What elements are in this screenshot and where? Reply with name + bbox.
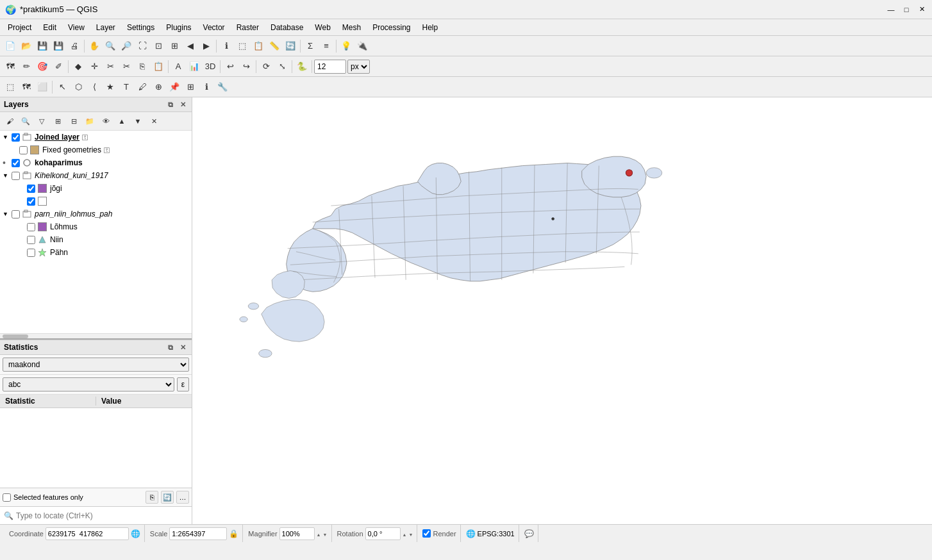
pahn-checkbox[interactable] (27, 249, 35, 257)
rotation-spinbox[interactable]: ▲ ▼ (403, 530, 413, 538)
paste-feature-btn[interactable]: 📋 (151, 59, 166, 74)
tips-btn[interactable]: 💡 (338, 38, 354, 54)
rotation-up[interactable]: ▲ (403, 532, 407, 537)
open-attribute-table-btn[interactable]: 📋 (251, 38, 266, 54)
print-btn[interactable]: 🖨 (67, 38, 82, 54)
render-checkbox[interactable] (422, 529, 431, 538)
stats-calculate-btn[interactable]: ε (177, 377, 189, 391)
digitize-btn[interactable]: ✏ (19, 59, 34, 74)
zoom-full-btn[interactable]: ⛶ (135, 38, 150, 54)
menu-edit[interactable]: Edit (38, 22, 62, 33)
close-button[interactable]: ✕ (917, 4, 927, 15)
label-btn[interactable]: A (171, 59, 186, 74)
lohmus-checkbox[interactable] (27, 223, 35, 231)
epsg-item[interactable]: 🌐 EPSG:3301 (462, 525, 519, 542)
parn-checkbox[interactable] (12, 210, 20, 218)
layers-scrollbar[interactable] (0, 333, 192, 338)
list-item[interactable]: ▼ Kihelkond_kuni_1917 (0, 169, 192, 182)
menu-settings[interactable]: Settings (122, 22, 160, 33)
map-area[interactable]: .estonia-land { fill: #d4dff0; stroke: #… (192, 97, 932, 524)
list-item[interactable]: Pähn (0, 246, 192, 259)
maximize-button[interactable]: □ (901, 4, 911, 15)
pin-btn[interactable]: 📌 (167, 79, 182, 95)
menu-layer[interactable]: Layer (91, 22, 121, 33)
open-btn[interactable]: 📂 (19, 38, 34, 54)
selected-features-only-checkbox[interactable] (3, 493, 11, 502)
copy-stats-btn[interactable]: ⎘ (146, 491, 158, 504)
scale-btn[interactable]: ⤡ (274, 59, 290, 74)
menu-mesh[interactable]: Mesh (337, 22, 366, 33)
annot-btn[interactable]: 🖊 (135, 79, 150, 95)
delete-selected-btn[interactable]: ✂ (103, 59, 118, 74)
menu-raster[interactable]: Raster (231, 22, 264, 33)
select-features-btn[interactable]: ⬚ (235, 38, 250, 54)
list-item[interactable]: Fixed geometries ⚿ (0, 144, 192, 156)
minimize-button[interactable]: — (886, 4, 896, 15)
collapse-all-btn[interactable]: ⊟ (66, 113, 81, 129)
node-tool-btn[interactable]: ◆ (71, 59, 86, 74)
menu-vector[interactable]: Vector (198, 22, 230, 33)
statistical-summary-btn[interactable]: Σ (303, 38, 318, 54)
fixed-geometries-checkbox[interactable] (19, 146, 28, 154)
copy-feature-btn[interactable]: ⎘ (135, 59, 150, 74)
snap-btn[interactable]: 🎯 (35, 59, 50, 74)
layer-filter-btn[interactable]: 🔍 (18, 113, 33, 129)
list-item[interactable]: ▼ Joined layer ⚿ (0, 131, 192, 144)
identify-tool-btn[interactable]: ℹ (199, 79, 214, 95)
plugins-btn[interactable]: 🔌 (354, 38, 370, 54)
messages-item[interactable]: 💬 (520, 525, 538, 542)
more-stats-btn[interactable]: … (176, 491, 189, 504)
menu-database[interactable]: Database (265, 22, 308, 33)
stats-float-icon[interactable]: ⧉ (165, 342, 176, 352)
niin-checkbox[interactable] (27, 236, 35, 244)
joined-layer-checkbox[interactable] (12, 133, 20, 142)
remove-layer-btn[interactable]: ✕ (146, 113, 162, 129)
jogi-checkbox[interactable] (27, 185, 35, 193)
edit-tool-btn[interactable]: ⬡ (71, 79, 86, 95)
stats-close-icon[interactable]: ✕ (178, 342, 188, 352)
magnifier-spinbox[interactable]: ▲ ▼ (317, 530, 328, 538)
menu-project[interactable]: Project (3, 22, 37, 33)
pan-btn[interactable]: ✋ (87, 38, 102, 54)
menu-processing[interactable]: Processing (367, 22, 415, 33)
stats-layer-dropdown[interactable]: maakond (3, 358, 189, 372)
title-bar-controls[interactable]: — □ ✕ (886, 4, 927, 15)
font-size-input[interactable] (314, 60, 346, 74)
layers-scrollbar-thumb[interactable] (3, 334, 28, 338)
star-tool-btn[interactable]: ★ (103, 79, 118, 95)
save-btn[interactable]: 💾 (35, 38, 50, 54)
magnifier-input[interactable] (279, 527, 315, 540)
redo-btn[interactable]: ↪ (238, 59, 254, 74)
rotation-down[interactable]: ▼ (409, 532, 413, 537)
list-item[interactable]: Lõhmus (0, 220, 192, 233)
deselect-btn[interactable]: ⬜ (35, 79, 50, 95)
layers-close-icon[interactable]: ✕ (178, 99, 188, 110)
rotation-input[interactable] (365, 527, 401, 540)
magnifier-up[interactable]: ▲ (317, 532, 321, 537)
list-item[interactable]: Niin (0, 233, 192, 246)
list-item[interactable]: jõgi (0, 182, 192, 195)
diagram-btn[interactable]: 📊 (187, 59, 202, 74)
blank-layer-checkbox[interactable] (27, 197, 35, 206)
kohaparimus-checkbox[interactable] (12, 159, 20, 167)
layers-float-icon[interactable]: ⧉ (165, 99, 176, 110)
undo-btn[interactable]: ↩ (222, 59, 238, 74)
python-btn[interactable]: 🐍 (294, 59, 310, 74)
map-tips-btn[interactable]: ⊞ (183, 79, 198, 95)
menu-help[interactable]: Help (417, 22, 444, 33)
list-item[interactable]: ▼ parn_niin_lohmus_pah (0, 208, 192, 220)
locate-input[interactable] (16, 511, 188, 520)
zoom-layer-btn[interactable]: ⊞ (167, 38, 182, 54)
move-feature-btn[interactable]: ✛ (87, 59, 102, 74)
save-as-btn[interactable]: 💾 (51, 38, 66, 54)
font-unit-select[interactable]: px (347, 60, 370, 74)
text-tool-btn[interactable]: T (119, 79, 134, 95)
layer-btn[interactable]: 🗺 (3, 59, 18, 74)
menu-plugins[interactable]: Plugins (161, 22, 196, 33)
cut-feature-btn[interactable]: ✂ (119, 59, 134, 74)
coordinate-input[interactable] (46, 527, 129, 540)
new-project-btn[interactable]: 📄 (3, 38, 18, 54)
zoom-out-btn[interactable]: 🔎 (119, 38, 134, 54)
settings-tool-btn[interactable]: 🔧 (215, 79, 230, 95)
refresh-stats-btn[interactable]: 🔄 (161, 491, 174, 504)
